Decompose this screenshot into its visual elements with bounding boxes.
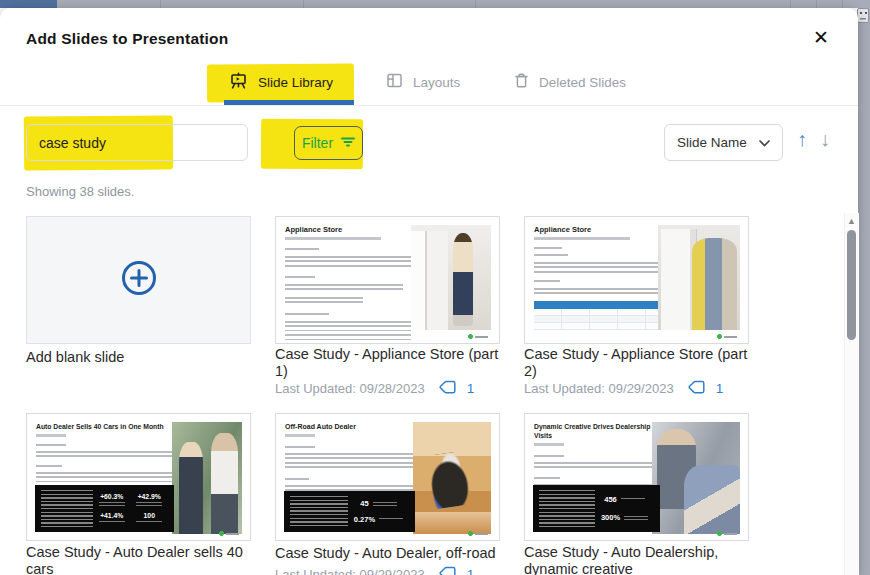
- stat-value: +60.3%: [100, 493, 123, 500]
- tabs-divider: [0, 105, 858, 106]
- tab-separator: [303, 0, 304, 8]
- tab-separator: [842, 0, 843, 8]
- results-count-text: Showing 38 slides.: [26, 184, 134, 199]
- filter-button[interactable]: Filter: [294, 126, 363, 160]
- tag-icon: [688, 380, 705, 397]
- vendor-logo: [468, 334, 490, 340]
- stat-value: +42.9%: [138, 493, 161, 500]
- tab-separator: [475, 0, 476, 8]
- vendor-logo: [717, 531, 739, 537]
- slide-card-thumbnail[interactable]: Appliance Store: [275, 216, 500, 344]
- slide-mock-content: Appliance Store: [534, 225, 664, 330]
- slide-stat-box: 456 300%: [533, 485, 660, 532]
- card-label: Case Study - Auto Dealer sells 40 cars: [26, 544, 254, 575]
- slide-mock-title: Appliance Store: [285, 225, 415, 234]
- tag-icon: [439, 566, 456, 575]
- trash-icon: [514, 72, 529, 92]
- scroll-up-icon[interactable]: ▲: [847, 216, 856, 226]
- search-input[interactable]: [26, 124, 248, 161]
- chevron-down-icon: [759, 135, 770, 150]
- slide-card-thumbnail[interactable]: Auto Dealer Sells 40 Cars in One Month +…: [26, 413, 251, 541]
- sort-field-value: Slide Name: [677, 135, 747, 150]
- slide-photo: [413, 422, 491, 534]
- sort-ascending-icon[interactable]: ↑: [797, 128, 807, 151]
- tag-count: 1: [467, 567, 475, 575]
- slide-mock-title: Auto Dealer Sells 40 Cars in One Month: [36, 422, 188, 431]
- slide-photo: [411, 225, 491, 330]
- stat-value: 0.27%: [354, 516, 375, 523]
- slide-photo: [658, 225, 740, 330]
- card-meta: Last Updated: 09/29/2023 1: [275, 566, 474, 575]
- add-slides-modal: Add Slides to Presentation ✕ Slide Libra…: [0, 8, 858, 575]
- tab-deleted-slides[interactable]: Deleted Slides: [514, 72, 626, 92]
- slide-photo: [652, 422, 740, 534]
- card-label: Case Study - Appliance Store (part 2): [524, 346, 752, 379]
- filter-button-label: Filter: [302, 135, 333, 151]
- plus-circle-icon: [120, 259, 158, 301]
- card-meta: Last Updated: 09/28/2023 1: [275, 380, 474, 397]
- stat-value: 45: [360, 500, 368, 507]
- vendor-logo: [468, 531, 490, 537]
- stat-value: 456: [604, 496, 617, 503]
- slide-mock-content: Off-Road Auto Dealer: [285, 422, 417, 498]
- layout-icon: [386, 72, 403, 92]
- sort-descending-icon[interactable]: ↓: [820, 128, 830, 151]
- tab-layouts[interactable]: Layouts: [386, 72, 460, 92]
- easel-icon: [229, 71, 248, 93]
- slide-mock-title: Dynamic Creative Drives Dealership Visit…: [534, 422, 662, 440]
- stat-value: 100: [144, 512, 155, 519]
- browser-active-tab: [0, 0, 57, 8]
- card-label: Case Study - Auto Dealer, off-road: [275, 545, 503, 562]
- card-label: Add blank slide: [26, 349, 254, 366]
- card-meta: Last Updated: 09/29/2023 1: [524, 380, 723, 397]
- page-background-strip: [858, 0, 870, 575]
- slide-mock-table: [534, 301, 663, 330]
- modal-scrollbar-thumb[interactable]: [847, 230, 856, 340]
- filter-icon: [341, 135, 355, 151]
- slide-mock-content: Appliance Store: [285, 225, 415, 343]
- slide-stat-box: +60.3% +42.9% +41.4% 100: [35, 485, 174, 532]
- card-label: Case Study - Auto Dealership, dynamic cr…: [524, 544, 752, 575]
- browser-extension-icon[interactable]: [857, 8, 869, 23]
- tab-slide-library[interactable]: Slide Library: [229, 71, 333, 93]
- stat-value: +41.4%: [100, 512, 123, 519]
- tag-icon: [439, 380, 456, 397]
- tab-slide-library-label: Slide Library: [258, 75, 333, 90]
- stat-value: 300%: [601, 514, 620, 521]
- vendor-logo: [219, 531, 241, 537]
- slide-card-thumbnail[interactable]: Appliance Store: [524, 216, 749, 344]
- active-tab-underline: [224, 100, 354, 105]
- tag-count: 1: [467, 381, 475, 396]
- tab-layouts-label: Layouts: [413, 75, 460, 90]
- close-icon[interactable]: ✕: [813, 27, 829, 49]
- card-label: Case Study - Appliance Store (part 1): [275, 346, 503, 379]
- browser-top-strip: [0, 0, 870, 8]
- slide-card-thumbnail[interactable]: Off-Road Auto Dealer 45 0.27%: [275, 413, 500, 541]
- slide-photo: [172, 422, 242, 534]
- tab-deleted-slides-label: Deleted Slides: [539, 75, 626, 90]
- tab-separator: [790, 0, 791, 8]
- slide-mock-title: Appliance Store: [534, 225, 664, 234]
- tag-count: 1: [716, 381, 724, 396]
- vendor-logo: [717, 334, 739, 340]
- last-updated-text: Last Updated: 09/29/2023: [275, 567, 425, 575]
- tab-separator: [160, 0, 161, 8]
- last-updated-text: Last Updated: 09/29/2023: [524, 381, 674, 396]
- tab-separator: [816, 0, 817, 8]
- last-updated-text: Last Updated: 09/28/2023: [275, 381, 425, 396]
- slide-stat-box: 45 0.27%: [284, 491, 415, 532]
- sort-field-select[interactable]: Slide Name: [664, 124, 783, 161]
- slide-card-thumbnail[interactable]: Dynamic Creative Drives Dealership Visit…: [524, 413, 749, 541]
- modal-title: Add Slides to Presentation: [26, 30, 228, 48]
- add-blank-slide-card[interactable]: [26, 216, 251, 344]
- slide-mock-title: Off-Road Auto Dealer: [285, 422, 417, 431]
